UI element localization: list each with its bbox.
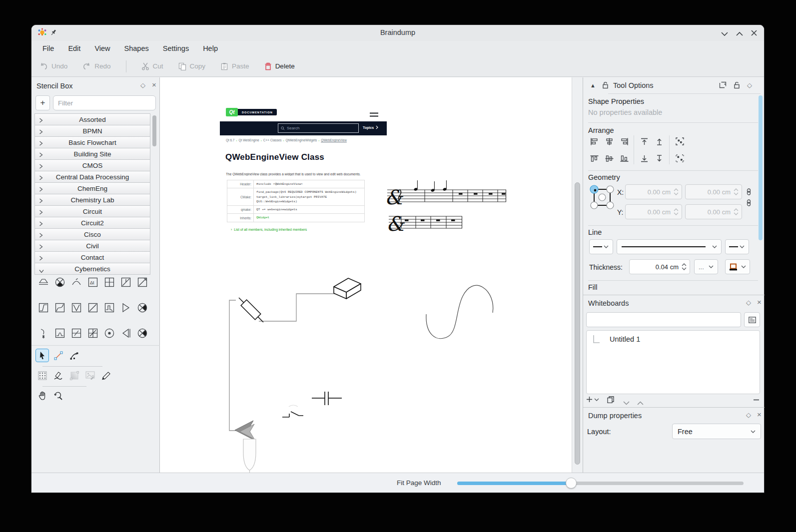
canvas-scrollbar-thumb[interactable] xyxy=(575,182,580,465)
stencil-shape-icon[interactable] xyxy=(120,276,132,290)
connection-tool-button[interactable] xyxy=(51,349,65,362)
stencil-category[interactable]: Circuit xyxy=(34,206,150,217)
link-aspect-icon[interactable] xyxy=(746,199,752,208)
freehand-tool-button[interactable] xyxy=(51,369,65,382)
image-tool-button[interactable] xyxy=(83,369,97,382)
lock-icon[interactable] xyxy=(602,81,609,91)
stencil-category[interactable]: Cisco xyxy=(34,229,150,240)
stencil-category[interactable]: BPMN xyxy=(34,125,150,137)
line-cap-dropdown[interactable] xyxy=(589,239,613,254)
stencil-category[interactable]: Contact xyxy=(34,252,150,263)
align-top-button[interactable] xyxy=(588,153,600,163)
float-panel-icon[interactable] xyxy=(719,81,727,90)
layout-select[interactable]: Free xyxy=(672,424,761,439)
line-end-dropdown[interactable] xyxy=(725,239,749,254)
delete-button[interactable]: Delete xyxy=(264,62,295,70)
remove-whiteboard-button[interactable] xyxy=(753,396,760,405)
add-stencil-button[interactable]: + xyxy=(35,95,50,110)
whiteboard-canvas[interactable]: & & Qt DOCUME xyxy=(160,77,572,473)
isometric-box[interactable] xyxy=(334,278,361,299)
bring-to-front-button[interactable] xyxy=(638,136,650,146)
close-panel-icon[interactable]: × xyxy=(757,411,762,418)
stencil-shape-icon[interactable] xyxy=(87,302,99,316)
collapse-triangle-icon[interactable]: ▲ xyxy=(590,82,596,88)
s-curve[interactable] xyxy=(426,285,493,339)
add-whiteboard-button[interactable] xyxy=(586,396,599,403)
zoom-slider-track[interactable] xyxy=(457,482,744,485)
stencil-shape-icon[interactable] xyxy=(136,302,148,316)
stencil-shape-icon[interactable] xyxy=(37,327,49,341)
stencil-shape-icon[interactable] xyxy=(103,302,115,316)
stencil-shape-icon[interactable] xyxy=(120,302,132,316)
pencil-tool-button[interactable] xyxy=(99,369,113,382)
close-panel-icon[interactable]: × xyxy=(152,81,156,88)
stencil-shape-icon[interactable] xyxy=(37,276,49,290)
stencil-shape-icon[interactable] xyxy=(70,302,82,316)
align-left-button[interactable] xyxy=(588,136,600,146)
gradient-tool-button[interactable] xyxy=(67,369,81,382)
menu-file[interactable]: File xyxy=(36,42,60,54)
whiteboard-name-input[interactable] xyxy=(586,312,741,327)
close-panel-icon[interactable]: × xyxy=(757,299,762,305)
stencil-shape-icon[interactable] xyxy=(70,276,82,290)
resistor[interactable] xyxy=(239,298,263,322)
stencil-shape-icon[interactable] xyxy=(136,276,148,290)
music-staff-bottom[interactable]: & xyxy=(386,212,462,235)
align-bottom-button[interactable] xyxy=(618,153,630,163)
stencil-list-scrollbar[interactable] xyxy=(151,113,157,342)
unlock-icon[interactable] xyxy=(734,81,740,91)
raise-button[interactable] xyxy=(653,136,665,146)
stencil-shape-icon[interactable] xyxy=(54,276,66,290)
stencil-category[interactable]: ChemEng xyxy=(34,183,150,194)
align-center-horizontal-button[interactable] xyxy=(603,136,615,146)
stencil-category[interactable]: Central Data Processing xyxy=(34,171,150,183)
web-page-snapshot[interactable]: Qt DOCUMENTATION Search Topics Qt 6.7›Qt xyxy=(220,105,387,237)
group-button[interactable] xyxy=(674,136,686,146)
stencil-category[interactable]: Circuit2 xyxy=(34,217,150,229)
switch[interactable] xyxy=(282,405,303,417)
whiteboard-view-mode-button[interactable] xyxy=(744,312,760,327)
undo-button[interactable]: Undo xyxy=(39,62,67,70)
menu-shapes[interactable]: Shapes xyxy=(118,42,155,54)
float-panel-icon[interactable]: ◇ xyxy=(746,412,751,418)
stencil-shape-icon[interactable] xyxy=(87,327,99,341)
stencil-list-scrollbar-thumb[interactable] xyxy=(152,115,156,146)
maximize-button[interactable] xyxy=(736,29,743,38)
menu-settings[interactable]: Settings xyxy=(157,42,195,54)
move-down-button[interactable] xyxy=(623,398,630,407)
menu-view[interactable]: View xyxy=(88,42,116,54)
lower-button[interactable] xyxy=(653,153,665,163)
tool-options-scrollbar[interactable] xyxy=(759,95,763,240)
whiteboard-list-item[interactable]: Untitled 1 xyxy=(589,333,758,346)
capacitor[interactable] xyxy=(312,392,342,405)
connector-wires[interactable] xyxy=(229,294,339,431)
canvas-vertical-scrollbar[interactable] xyxy=(572,77,583,473)
line-style-dropdown[interactable] xyxy=(617,239,722,254)
cut-button[interactable]: Cut xyxy=(141,62,163,70)
float-panel-diamond-icon[interactable]: ◇ xyxy=(747,82,752,88)
ungroup-button[interactable] xyxy=(674,153,686,163)
stencil-category[interactable]: Chemistry Lab xyxy=(34,194,150,206)
redo-button[interactable]: Redo xyxy=(82,62,110,70)
pattern-tool-button[interactable] xyxy=(35,369,49,382)
stencil-category[interactable]: Civil xyxy=(34,240,150,252)
menu-edit[interactable]: Edit xyxy=(62,42,86,54)
y-position-spinbox[interactable]: 0.00 cm xyxy=(625,204,682,219)
zoom-slider-handle[interactable] xyxy=(566,478,577,489)
height-spinbox[interactable]: 0.00 cm xyxy=(685,204,742,219)
align-center-vertical-button[interactable] xyxy=(603,153,615,163)
float-panel-icon[interactable]: ◇ xyxy=(140,82,145,88)
line-options-dropdown[interactable]: ... xyxy=(694,259,718,274)
stencil-shape-icon[interactable] xyxy=(136,327,148,341)
select-tool-button[interactable] xyxy=(35,349,49,362)
width-spinbox[interactable]: 0.00 cm xyxy=(685,184,742,199)
x-position-spinbox[interactable]: 0.00 cm xyxy=(625,184,682,199)
link-aspect-icon[interactable] xyxy=(746,188,752,197)
float-panel-icon[interactable]: ◇ xyxy=(746,299,751,306)
anchor-position-selector[interactable] xyxy=(589,184,615,212)
send-to-back-button[interactable] xyxy=(638,153,650,163)
move-up-button[interactable] xyxy=(637,398,644,407)
copy-button[interactable]: Copy xyxy=(178,62,206,70)
pan-tool-button[interactable] xyxy=(35,389,49,403)
stencil-shape-icon[interactable] xyxy=(70,327,82,341)
